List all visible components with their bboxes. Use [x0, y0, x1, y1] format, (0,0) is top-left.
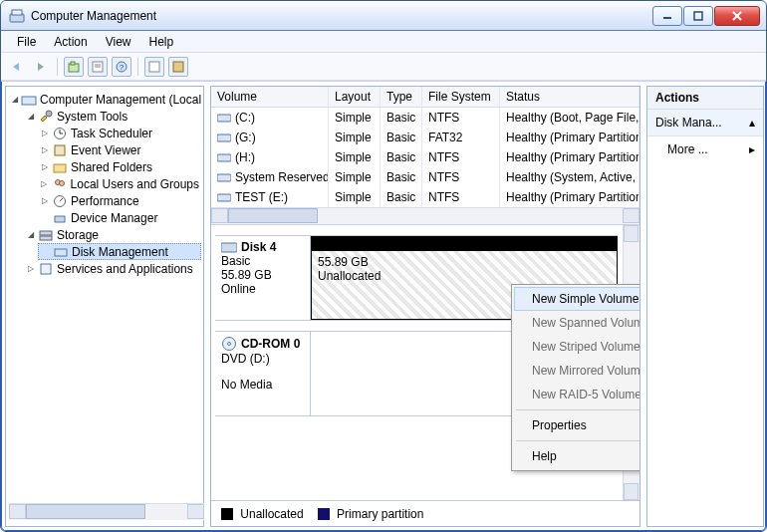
- expand-icon[interactable]: ▷: [40, 145, 49, 154]
- expand-icon[interactable]: ▷: [26, 264, 35, 273]
- tree-services[interactable]: ▷ Services and Applications: [24, 260, 201, 277]
- toolbar-back-button[interactable]: [7, 57, 27, 77]
- scroll-right-button[interactable]: [623, 208, 639, 223]
- volume-name: (C:): [235, 111, 255, 125]
- legend: Unallocated Primary partition: [211, 500, 639, 526]
- tree-local-users[interactable]: ▷Local Users and Groups: [38, 175, 201, 192]
- volume-list-header[interactable]: Volume Layout Type File System Status: [211, 87, 639, 108]
- collapse-icon[interactable]: ▴: [749, 116, 755, 130]
- svg-rect-1: [12, 10, 22, 15]
- scroll-thumb[interactable]: [26, 504, 145, 519]
- close-button[interactable]: [714, 6, 760, 26]
- unallocated-region[interactable]: 55.89 GB Unallocated New Simple Volume..…: [311, 250, 618, 320]
- expand-icon[interactable]: ▷: [40, 179, 49, 188]
- titlebar: Computer Management: [1, 1, 766, 31]
- volume-row[interactable]: System ReservedSimpleBasicNTFSHealthy (S…: [211, 167, 639, 187]
- volume-row[interactable]: (C:)SimpleBasicNTFSHealthy (Boot, Page F…: [211, 108, 639, 128]
- ctx-new-simple-volume[interactable]: New Simple Volume...: [514, 287, 639, 311]
- scroll-left-button[interactable]: [9, 504, 26, 519]
- column-status[interactable]: Status: [500, 87, 639, 107]
- disk-type: Basic: [221, 254, 304, 268]
- actions-more[interactable]: More ... ▸: [647, 136, 763, 162]
- tree-label: Performance: [71, 194, 139, 208]
- disk-space-map: 55.89 GB Unallocated New Simple Volume..…: [311, 236, 618, 320]
- scroll-down-button[interactable]: [624, 483, 639, 500]
- toolbar-settings-button[interactable]: [168, 57, 188, 77]
- expand-icon[interactable]: ◢: [12, 95, 18, 104]
- tree-storage[interactable]: ◢ Storage: [24, 226, 201, 243]
- cell-layout: Simple: [329, 128, 381, 147]
- tree-label: Task Scheduler: [71, 127, 152, 140]
- tree-system-tools[interactable]: ◢ System Tools: [24, 108, 201, 125]
- tree-shared-folders[interactable]: ▷Shared Folders: [38, 158, 201, 175]
- volume-icon: [217, 132, 231, 143]
- toolbar-forward-button[interactable]: [31, 57, 51, 77]
- tree-device-manager[interactable]: Device Manager: [38, 209, 201, 226]
- tree-disk-management[interactable]: Disk Management: [38, 243, 201, 260]
- tree-event-viewer[interactable]: ▷Event Viewer: [38, 141, 201, 158]
- volume-row[interactable]: (G:)SimpleBasicFAT32Healthy (Primary Par…: [211, 128, 639, 147]
- menu-file[interactable]: File: [9, 33, 44, 51]
- expand-icon[interactable]: ◢: [26, 112, 35, 121]
- expand-icon[interactable]: ▷: [40, 196, 49, 205]
- svg-rect-21: [54, 164, 66, 172]
- volume-list-body: (C:)SimpleBasicNTFSHealthy (Boot, Page F…: [211, 108, 639, 207]
- toolbar-help-button[interactable]: ?: [112, 57, 131, 77]
- cell-layout: Simple: [329, 187, 381, 207]
- scroll-thumb[interactable]: [228, 208, 318, 223]
- volume-name: System Reserved: [235, 170, 329, 184]
- disk-name: CD-ROM 0: [241, 337, 300, 351]
- scroll-left-button[interactable]: [211, 208, 228, 223]
- users-icon: [52, 177, 68, 191]
- clock-icon: [52, 127, 68, 140]
- column-volume[interactable]: Volume: [211, 87, 329, 107]
- svg-rect-28: [40, 236, 52, 240]
- scroll-right-button[interactable]: [187, 504, 204, 519]
- tree-task-scheduler[interactable]: ▷Task Scheduler: [38, 125, 201, 141]
- svg-rect-27: [40, 231, 52, 235]
- ctx-help[interactable]: Help: [514, 444, 639, 468]
- menu-help[interactable]: Help: [141, 33, 182, 51]
- navigation-tree[interactable]: ◢ Computer Management (Local ◢ System To…: [8, 91, 201, 277]
- toolbar-up-button[interactable]: [64, 57, 84, 77]
- volume-list-hscrollbar[interactable]: [211, 207, 639, 224]
- ctx-properties[interactable]: Properties: [514, 413, 639, 437]
- legend-label: Primary partition: [337, 507, 423, 521]
- legend-label: Unallocated: [240, 507, 303, 521]
- volume-row[interactable]: (H:)SimpleBasicNTFSHealthy (Primary Part…: [211, 147, 639, 167]
- expand-icon[interactable]: ▷: [40, 162, 49, 171]
- column-filesystem[interactable]: File System: [422, 87, 500, 107]
- cell-fs: NTFS: [422, 187, 500, 207]
- disk-icon: [53, 245, 69, 259]
- expand-icon[interactable]: ▷: [40, 129, 49, 137]
- navigation-tree-pane: ◢ Computer Management (Local ◢ System To…: [5, 86, 204, 527]
- maximize-button[interactable]: [683, 6, 713, 26]
- actions-group[interactable]: Disk Mana... ▴: [647, 110, 763, 136]
- context-menu: New Simple Volume... New Spanned Volume.…: [511, 284, 639, 471]
- spacer: [221, 366, 304, 378]
- volume-row[interactable]: TEST (E:)SimpleBasicNTFSHealthy (Primary…: [211, 187, 639, 207]
- minimize-button[interactable]: [652, 6, 682, 26]
- column-type[interactable]: Type: [381, 87, 422, 107]
- tree-label: Disk Management: [72, 245, 168, 259]
- folder-icon: [52, 160, 68, 174]
- expand-icon[interactable]: ◢: [26, 230, 35, 239]
- toolbar-refresh-button[interactable]: [144, 57, 164, 77]
- menu-view[interactable]: View: [98, 33, 139, 51]
- tree-label: Services and Applications: [57, 262, 193, 276]
- column-layout[interactable]: Layout: [329, 87, 381, 107]
- unallocated-stripe: [311, 236, 618, 250]
- tree-performance[interactable]: ▷Performance: [38, 192, 201, 209]
- toolbar-properties-button[interactable]: [88, 57, 108, 77]
- cell-layout: Simple: [329, 167, 381, 187]
- cell-fs: NTFS: [422, 147, 500, 167]
- tree-root[interactable]: ◢ Computer Management (Local: [10, 91, 201, 108]
- scroll-up-button[interactable]: [624, 225, 639, 242]
- cell-fs: NTFS: [422, 167, 500, 187]
- ctx-separator: [516, 409, 639, 410]
- svg-rect-14: [173, 62, 183, 72]
- menu-action[interactable]: Action: [46, 33, 95, 51]
- disk-info[interactable]: Disk 4 Basic 55.89 GB Online: [215, 236, 311, 320]
- tree-hscrollbar[interactable]: [9, 503, 204, 520]
- disk-info[interactable]: CD-ROM 0 DVD (D:) No Media: [215, 332, 311, 415]
